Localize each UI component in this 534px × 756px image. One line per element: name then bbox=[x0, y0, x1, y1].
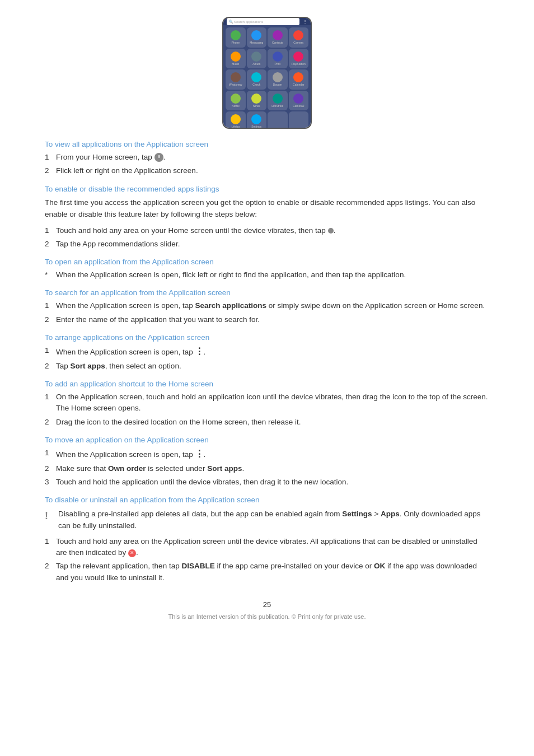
app-messaging: Messaging bbox=[247, 27, 267, 48]
disable-label: DISABLE bbox=[181, 562, 214, 570]
list-open-app: * When the Application screen is open, f… bbox=[45, 269, 489, 281]
sort-apps2-label: Sort apps bbox=[207, 464, 242, 473]
info-box: ! Disabling a pre-installed app deletes … bbox=[45, 508, 489, 531]
list-item: 1 From your Home screen, tap ⠿. bbox=[45, 152, 489, 163]
apps-bold-label: Apps bbox=[381, 510, 400, 518]
app-lifelog: Lifelog bbox=[226, 111, 246, 129]
list-item: 3 Touch and hold the application until t… bbox=[45, 477, 489, 488]
app-camera: Camera bbox=[289, 27, 309, 48]
settings-bold-label: Settings bbox=[342, 510, 372, 518]
search-applications-label: Search applications bbox=[195, 301, 266, 310]
list-item: 2 Tap the App recommendations slider. bbox=[45, 239, 489, 250]
list-item: 2 Tap the relevant application, then tap… bbox=[45, 561, 489, 584]
settings-circle-icon bbox=[328, 228, 334, 234]
list-item: 2 Tap Sort apps, then select an option. bbox=[45, 361, 489, 372]
app-music: Music bbox=[226, 49, 246, 69]
section-search-app: To search for an application from the Ap… bbox=[45, 288, 489, 325]
section-open-app: To open an application from the Applicat… bbox=[45, 258, 489, 281]
phone-apps-grid: Phone Messaging Contacts Camera Music Al… bbox=[223, 25, 311, 129]
heading-move-app: To move an application on the Applicatio… bbox=[45, 436, 489, 444]
heading-search-app: To search for an application from the Ap… bbox=[45, 288, 489, 297]
section-view-all: To view all applications on the Applicat… bbox=[45, 140, 489, 177]
heading-arrange-apps: To arrange applications on the Applicati… bbox=[45, 333, 489, 342]
list-move-app: 1 When the Application screen is open, t… bbox=[45, 447, 489, 488]
list-item: 1 When the Application screen is open, t… bbox=[45, 345, 489, 358]
heading-enable-disable: To enable or disable the recommended app… bbox=[45, 185, 489, 193]
list-item: 1 When the Application screen is open, t… bbox=[45, 447, 489, 461]
list-item: 1 On the Application screen, touch and h… bbox=[45, 391, 489, 414]
list-enable-disable: 1 Touch and hold any area on your Home s… bbox=[45, 225, 489, 250]
app-camera2: Camera2 bbox=[289, 91, 309, 111]
phone-search-text: Search applications bbox=[234, 20, 263, 24]
app-news: News bbox=[247, 91, 267, 111]
heading-add-shortcut: To add an application shortcut to the Ho… bbox=[45, 380, 489, 388]
app-calendar: Calendar bbox=[289, 69, 309, 90]
list-item: 1 Touch and hold any area on your Home s… bbox=[45, 225, 489, 236]
section-arrange-apps: To arrange applications on the Applicati… bbox=[45, 333, 489, 372]
app-empty1 bbox=[268, 111, 288, 129]
page-number: 25 bbox=[45, 600, 489, 609]
three-dots-icon2: ⋮ bbox=[195, 449, 203, 459]
para-enable-disable: The first time you access the applicatio… bbox=[45, 197, 489, 221]
section-add-shortcut: To add an application shortcut to the Ho… bbox=[45, 380, 489, 428]
app-whatsnew: Whatsnew bbox=[226, 69, 246, 90]
list-add-shortcut: 1 On the Application screen, touch and h… bbox=[45, 391, 489, 428]
app-docum: Docum bbox=[268, 69, 288, 90]
list-arrange-apps: 1 When the Application screen is open, t… bbox=[45, 345, 489, 372]
list-view-all: 1 From your Home screen, tap ⠿. 2 Flick … bbox=[45, 152, 489, 177]
x-circle-icon: ✕ bbox=[128, 549, 136, 557]
heading-disable-uninstall: To disable or uninstall an application f… bbox=[45, 496, 489, 504]
list-item: 2 Enter the name of the application that… bbox=[45, 314, 489, 325]
list-item: 1 Touch and hold any area on the Applica… bbox=[45, 536, 489, 559]
app-print: Print bbox=[268, 49, 288, 69]
app-phone: Phone bbox=[226, 27, 246, 48]
app-settings: Settings bbox=[247, 111, 267, 129]
section-disable-uninstall: To disable or uninstall an application f… bbox=[45, 496, 489, 584]
app-empty2 bbox=[289, 111, 309, 129]
app-netflix: Netflix bbox=[226, 91, 246, 111]
list-item: 2 Make sure that Own order is selected u… bbox=[45, 463, 489, 474]
ok-label: OK bbox=[374, 562, 385, 570]
heading-open-app: To open an application from the Applicat… bbox=[45, 258, 489, 266]
list-disable-uninstall: 1 Touch and hold any area on the Applica… bbox=[45, 536, 489, 584]
app-contacts: Contacts bbox=[268, 27, 288, 48]
list-search-app: 1 When the Application screen is open, t… bbox=[45, 300, 489, 325]
list-item: 2 Flick left or right on the Application… bbox=[45, 165, 489, 176]
footer-text: This is an Internet version of this publ… bbox=[45, 613, 489, 620]
section-enable-disable: To enable or disable the recommended app… bbox=[45, 185, 489, 250]
list-item: 1 When the Application screen is open, t… bbox=[45, 300, 489, 311]
app-album: Album bbox=[247, 49, 267, 69]
apps-grid-icon: ⠿ bbox=[154, 153, 163, 162]
section-move-app: To move an application on the Applicatio… bbox=[45, 436, 489, 488]
list-item: 2 Drag the icon to the desired location … bbox=[45, 417, 489, 428]
three-dots-icon: ⋮ bbox=[195, 347, 203, 356]
phone-screenshot: 🔍 Search applications ⋮ Phone Messaging … bbox=[222, 17, 312, 129]
info-exclamation-icon: ! bbox=[45, 508, 58, 531]
sort-apps-label: Sort apps bbox=[71, 362, 105, 370]
own-order-label: Own order bbox=[108, 464, 146, 473]
phone-search-bar: 🔍 Search applications bbox=[227, 18, 299, 25]
list-item: * When the Application screen is open, f… bbox=[45, 269, 489, 281]
heading-view-all: To view all applications on the Applicat… bbox=[45, 140, 489, 148]
app-lifestrike: LifeStrike bbox=[268, 91, 288, 111]
app-playstation: PlayStation bbox=[289, 49, 309, 69]
app-check: Check bbox=[247, 69, 267, 90]
